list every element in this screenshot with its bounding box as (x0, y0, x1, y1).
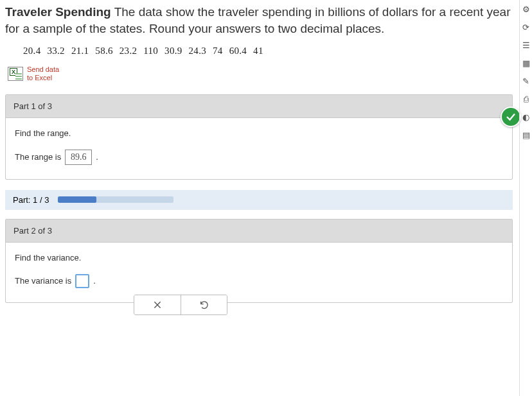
progress-label: Part: 1 / 3 (13, 195, 49, 205)
settings-icon[interactable]: ⚙ (521, 4, 531, 14)
answer-toolbar (134, 295, 227, 315)
data-value: 74 (213, 46, 223, 56)
part-2-answer-suffix: . (93, 276, 96, 286)
data-value: 24.3 (189, 46, 206, 56)
undo-icon (199, 300, 209, 310)
grid-icon[interactable]: ▤ (521, 130, 531, 140)
data-value: 41 (253, 46, 263, 56)
part-2-instruction: Find the variance. (15, 253, 503, 263)
pencil-icon[interactable]: ✎ (521, 76, 531, 86)
undo-button[interactable] (181, 295, 227, 314)
excel-icon (8, 67, 23, 81)
printer-icon[interactable]: ⎙ (521, 94, 531, 104)
data-value: 23.2 (120, 46, 137, 56)
clear-button[interactable] (134, 295, 181, 314)
data-value: 58.6 (95, 46, 112, 56)
part-1-answer-suffix: . (96, 152, 98, 162)
data-values-row: 20.433.221.158.623.211030.924.37460.441 (5, 46, 513, 56)
refresh-icon[interactable]: ⟳ (521, 22, 531, 32)
part-2-answer-prefix: The variance is (15, 276, 71, 286)
part-1-instruction: Find the range. (15, 128, 503, 138)
data-value: 110 (143, 46, 158, 56)
part-2-answer-input[interactable] (75, 274, 89, 288)
data-value: 60.4 (229, 46, 247, 56)
progress-track (58, 196, 173, 203)
problem-title-bold: Traveler Spending (5, 5, 111, 19)
problem-statement: Traveler Spending The data show the trav… (5, 4, 513, 37)
part-1-answer-prefix: The range is (15, 152, 61, 162)
data-value: 21.1 (71, 46, 89, 56)
progress-bar: Part: 1 / 3 (5, 190, 513, 210)
part-1-card: Part 1 of 3 Find the range. The range is… (5, 94, 513, 180)
part-2-header: Part 2 of 3 (6, 220, 512, 243)
close-icon (152, 300, 163, 310)
data-value: 30.9 (164, 46, 182, 56)
send-to-excel-link[interactable]: Send data to Excel (5, 65, 513, 82)
send-link-line1: Send data (27, 65, 59, 74)
send-link-line2: to Excel (27, 74, 59, 82)
progress-fill (58, 196, 96, 203)
part-1-answer-input[interactable] (65, 150, 92, 165)
data-value: 33.2 (47, 46, 64, 56)
part-1-header: Part 1 of 3 (6, 95, 512, 118)
right-tool-rail: ⚙ ⟳ ☰ ▦ ✎ ⎙ ◐ ▤ (519, 0, 532, 396)
calculator-icon[interactable]: ▦ (521, 58, 531, 68)
list-icon[interactable]: ☰ (521, 40, 531, 50)
theme-icon[interactable]: ◐ (521, 112, 531, 122)
data-value: 20.4 (23, 46, 40, 56)
part-2-card: Part 2 of 3 Find the variance. The varia… (5, 219, 513, 303)
correct-check-icon (501, 107, 521, 127)
